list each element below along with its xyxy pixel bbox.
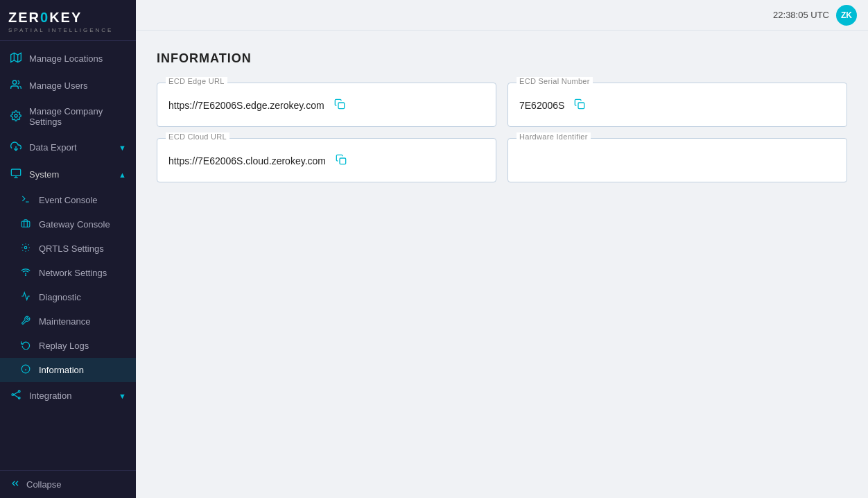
gear-icon	[10, 110, 22, 123]
svg-rect-23	[340, 158, 346, 164]
copy-ecd-edge-url-button[interactable]	[334, 98, 345, 112]
integration-icon	[10, 389, 22, 402]
page-title: INFORMATION	[157, 51, 847, 66]
sidebar-item-manage-company[interactable]: Manage Company Settings	[0, 99, 136, 134]
svg-point-16	[12, 394, 14, 396]
sidebar-item-replay-logs[interactable]: Replay Logs	[0, 334, 136, 358]
field-hardware-identifier: Hardware Identifier	[507, 138, 847, 182]
svg-rect-10	[21, 221, 30, 227]
field-label-ecd-serial-number: ECD Serial Number	[517, 77, 593, 85]
copy-ecd-cloud-url-button[interactable]	[336, 154, 347, 168]
header-bar: 22:38:05 UTC ZK	[136, 0, 868, 31]
sidebar-item-data-export[interactable]: Data Export ▼	[0, 134, 136, 161]
sidebar-item-system[interactable]: System ▲	[0, 161, 136, 188]
sidebar-label-integration: Integration	[29, 390, 71, 401]
svg-point-17	[18, 390, 20, 393]
sidebar-label-qrtls-settings: QRTLS Settings	[39, 243, 104, 254]
diagnostic-icon	[19, 291, 32, 303]
avatar[interactable]: ZK	[836, 5, 857, 26]
field-ecd-cloud-url: ECD Cloud URL https://7E62006S.cloud.zer…	[157, 138, 496, 182]
sidebar-label-replay-logs: Replay Logs	[39, 341, 89, 351]
sidebar-item-manage-locations[interactable]: Manage Locations	[0, 45, 136, 72]
monitor-icon	[10, 168, 22, 181]
ecd-edge-url-text: https://7E62006S.edge.zerokey.com	[168, 100, 324, 111]
svg-rect-22	[578, 103, 584, 109]
maintenance-icon	[19, 316, 32, 327]
logo: ZER0KEY SPATIAL INTELLIGENCE	[0, 0, 136, 41]
svg-point-11	[24, 246, 27, 249]
sidebar-item-manage-users[interactable]: Manage Users	[0, 72, 136, 99]
main-content: INFORMATION ECD Edge URL https://7E62006…	[136, 31, 868, 498]
ecd-serial-number-text: 7E62006S	[519, 100, 564, 111]
integration-toggle[interactable]: ▼	[119, 392, 126, 400]
main-with-header: 22:38:05 UTC ZK INFORMATION ECD Edge URL…	[136, 0, 868, 498]
sidebar-label-manage-users: Manage Users	[29, 80, 88, 91]
sidebar-label-gateway-console: Gateway Console	[39, 219, 110, 230]
field-ecd-serial-number: ECD Serial Number 7E62006S	[507, 83, 847, 127]
field-label-ecd-edge-url: ECD Edge URL	[166, 77, 227, 85]
copy-ecd-serial-number-button[interactable]	[574, 98, 585, 112]
sidebar-item-event-console[interactable]: Event Console	[0, 188, 136, 212]
field-label-hardware-identifier: Hardware Identifier	[517, 132, 591, 141]
field-value-hardware-identifier	[519, 147, 835, 172]
svg-line-19	[14, 392, 19, 395]
svg-line-20	[14, 395, 19, 397]
field-ecd-edge-url: ECD Edge URL https://7E62006S.edge.zerok…	[157, 83, 496, 127]
sidebar-item-information[interactable]: Information	[0, 358, 136, 382]
sidebar-item-maintenance[interactable]: Maintenance	[0, 309, 136, 334]
ecd-cloud-url-text: https://7E62006S.cloud.zerokey.com	[168, 155, 326, 166]
gateway-icon	[19, 218, 32, 230]
replay-icon	[19, 340, 32, 352]
sidebar-item-diagnostic[interactable]: Diagnostic	[0, 285, 136, 309]
collapse-label: Collapse	[26, 479, 62, 490]
field-value-ecd-cloud-url: https://7E62006S.cloud.zerokey.com	[168, 147, 485, 172]
sidebar-item-integration[interactable]: Integration ▼	[0, 382, 136, 409]
export-icon	[10, 141, 22, 154]
settings-icon	[19, 243, 32, 255]
sidebar-label-network-settings: Network Settings	[39, 268, 107, 278]
svg-rect-6	[11, 169, 20, 175]
sidebar: ZER0KEY SPATIAL INTELLIGENCE Manage Loca…	[0, 0, 136, 498]
sidebar-label-diagnostic: Diagnostic	[39, 292, 81, 302]
collapse-icon	[10, 478, 21, 491]
sidebar-bottom: Collapse	[0, 470, 136, 498]
sidebar-label-system: System	[29, 169, 59, 180]
logo-text: ZER0KEY	[8, 10, 128, 26]
sidebar-label-manage-company: Manage Company Settings	[29, 106, 126, 127]
console-icon	[19, 194, 32, 206]
svg-point-18	[18, 397, 20, 399]
sidebar-item-gateway-console[interactable]: Gateway Console	[0, 212, 136, 237]
info-grid: ECD Edge URL https://7E62006S.edge.zerok…	[157, 83, 847, 182]
sidebar-item-qrtls-settings[interactable]: QRTLS Settings	[0, 237, 136, 261]
sidebar-label-information: Information	[39, 365, 84, 375]
timestamp: 22:38:05 UTC	[773, 10, 829, 20]
field-label-ecd-cloud-url: ECD Cloud URL	[166, 132, 229, 141]
logo-subtitle: SPATIAL INTELLIGENCE	[8, 27, 128, 33]
sidebar-label-data-export: Data Export	[29, 142, 77, 153]
info-icon	[19, 364, 32, 376]
sidebar-item-network-settings[interactable]: Network Settings	[0, 261, 136, 285]
svg-point-4	[15, 114, 17, 117]
collapse-button[interactable]: Collapse	[10, 478, 126, 491]
sidebar-nav: Manage Locations Manage Users Manage Com…	[0, 41, 136, 470]
data-export-toggle[interactable]: ▼	[119, 144, 126, 152]
logo-zero: 0	[40, 10, 49, 25]
svg-rect-21	[338, 103, 345, 109]
network-icon	[19, 267, 32, 279]
svg-point-3	[12, 80, 16, 84]
field-value-ecd-edge-url: https://7E62006S.edge.zerokey.com	[168, 92, 485, 117]
sidebar-label-manage-locations: Manage Locations	[29, 53, 103, 64]
svg-marker-0	[11, 53, 21, 62]
sidebar-label-maintenance: Maintenance	[39, 316, 90, 327]
field-value-ecd-serial-number: 7E62006S	[519, 92, 835, 117]
sidebar-label-event-console: Event Console	[39, 195, 98, 205]
users-icon	[10, 79, 22, 92]
system-toggle[interactable]: ▲	[119, 171, 126, 179]
svg-point-12	[25, 275, 26, 275]
map-icon	[10, 52, 22, 65]
